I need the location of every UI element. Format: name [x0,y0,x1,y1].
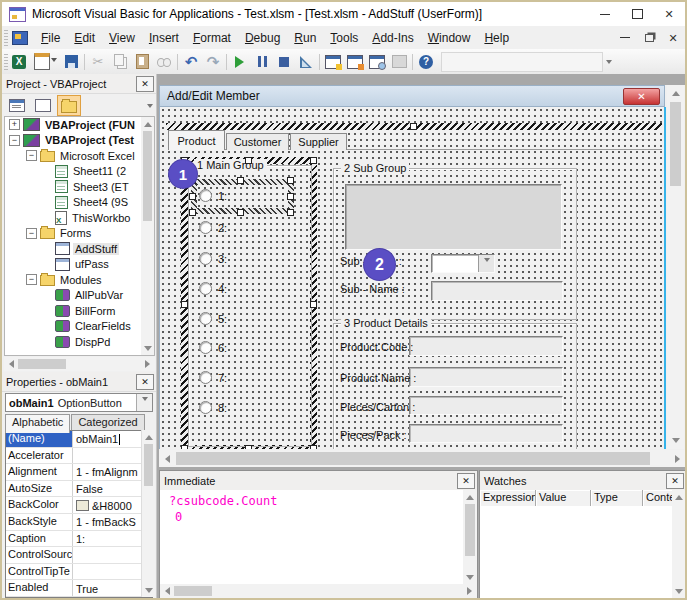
immediate-line[interactable]: ?csubcode.Count [169,494,277,508]
maximize-icon[interactable] [621,2,653,26]
properties-window-button[interactable] [344,51,366,72]
tree-item-excel-objects[interactable]: Microsoft Excel [5,148,154,164]
selection-handle[interactable] [310,445,317,449]
radio-icon[interactable] [199,189,212,202]
project-panel-titlebar[interactable]: Project - VBAProject [2,74,156,94]
close-icon[interactable] [653,2,685,26]
userform-canvas[interactable]: Product Customer Supplier 1 Main Group [159,107,666,449]
product-name-textbox[interactable] [409,367,563,387]
close-icon[interactable] [136,374,154,390]
scroll-up-icon[interactable] [141,117,154,130]
properties-vscrollbar[interactable] [141,430,155,597]
immediate-line[interactable]: 0 [175,510,182,524]
project-explorer-button[interactable] [322,51,344,72]
selection-handle[interactable] [287,193,294,200]
property-row[interactable]: Alignment1 - fmAlignm [6,464,152,481]
immediate-titlebar[interactable]: Immediate [160,471,477,491]
toolbar-options-button[interactable] [603,53,615,71]
selection-handle[interactable] [237,177,244,184]
selection-handle[interactable] [189,193,196,200]
immediate-vscrollbar[interactable] [463,490,477,584]
toolbox-button[interactable] [388,51,410,72]
save-button[interactable] [60,51,82,72]
option-button-3[interactable]: 3: [199,252,227,265]
menubar-grip[interactable] [4,30,8,46]
radio-icon[interactable] [199,401,212,414]
tree-item-sheet3[interactable]: Sheet3 (ET [5,179,154,195]
tree-item-project1[interactable]: VBAProject (FUN [5,117,154,133]
menu-addins[interactable]: Add-Ins [365,29,420,47]
break-button[interactable] [251,51,273,72]
view-excel-button[interactable] [8,51,30,72]
selection-handle[interactable] [181,445,188,449]
menu-file[interactable]: File [34,29,67,47]
scrollbar-thumb[interactable] [670,102,681,186]
collapse-icon[interactable] [26,274,37,285]
radio-icon[interactable] [199,282,212,295]
selection-handle[interactable] [310,157,317,164]
property-row[interactable]: Accelerator [6,448,152,465]
scroll-right-icon[interactable] [670,450,686,467]
mdi-minimize-icon[interactable] [619,32,631,43]
property-row[interactable]: BackStyle1 - fmBackS [6,514,152,531]
properties-panel-titlebar[interactable]: Properties - obMain1 [2,372,156,392]
selection-handle[interactable] [181,301,188,308]
menu-window[interactable]: Window [421,29,478,47]
view-object-button[interactable] [31,95,55,116]
paste-button[interactable] [131,51,153,72]
userform-close-button[interactable] [623,88,660,105]
cut-button[interactable] [87,51,109,72]
expand-icon[interactable] [9,119,20,130]
scroll-left-icon[interactable] [160,584,174,598]
project-tree-hscrollbar[interactable] [4,357,155,371]
tree-item-allpubvar[interactable]: AllPubVar [5,288,154,304]
column-context[interactable]: Context [643,490,672,506]
userform-titlebar[interactable]: Add/Edit Member [159,85,665,107]
designer-vscrollbar[interactable] [667,85,684,449]
tab-supplier[interactable]: Supplier [290,133,347,150]
scrollbar-thumb[interactable] [18,359,66,369]
menu-debug[interactable]: Debug [238,29,287,47]
collapse-icon[interactable] [26,150,37,161]
insert-userform-button[interactable] [30,51,60,72]
property-row[interactable]: AutoSizeFalse [6,481,152,498]
option-button-6[interactable]: 6: [199,341,227,354]
collapse-icon[interactable] [26,228,37,239]
tree-item-forms-folder[interactable]: Forms [5,226,154,242]
scroll-up-icon[interactable] [667,85,684,101]
scroll-up-icon[interactable] [142,430,155,443]
property-row[interactable]: Caption1: [6,531,152,548]
tree-item-disppd[interactable]: DispPd [5,334,154,350]
menu-view[interactable]: View [102,29,142,47]
tab-customer[interactable]: Customer [226,133,289,150]
project-toolbar-options[interactable] [144,97,156,115]
tree-item-sheet11[interactable]: Sheet11 (2 [5,164,154,180]
product-code-textbox[interactable] [409,336,563,356]
property-row[interactable]: ControlSourc [6,547,152,564]
option-button-8[interactable]: 8: [199,401,227,414]
object-selector-dropdown[interactable]: obMain1 OptionButton [5,393,153,412]
find-button[interactable] [153,51,175,72]
tab-product[interactable]: Product [168,130,225,150]
watches-body[interactable] [480,506,672,598]
option-button-4[interactable]: 4: [199,282,227,295]
option-button-2[interactable]: 2: [199,221,227,234]
pieces-carton-textbox[interactable] [409,396,563,415]
minimize-icon[interactable] [589,2,621,26]
scroll-down-icon[interactable] [463,571,477,584]
scrollbar-thumb[interactable] [144,444,153,486]
scroll-right-icon[interactable] [463,584,477,598]
radio-icon[interactable] [199,221,212,234]
scroll-down-icon[interactable] [142,584,155,597]
tree-item-modules-folder[interactable]: Modules [5,272,154,288]
tree-item-thisworkbook[interactable]: ThisWorkbo [5,210,154,226]
close-icon[interactable] [136,76,154,92]
immediate-editor[interactable]: ?csubcode.Count 0 [160,490,477,598]
sub-group-listbox[interactable] [345,184,562,250]
scroll-up-icon[interactable] [672,490,686,503]
tree-item-sheet4[interactable]: Sheet4 (9S [5,195,154,211]
selection-handle[interactable] [410,123,417,130]
tree-item-ufpass[interactable]: ufPass [5,257,154,273]
menu-insert[interactable]: Insert [142,29,186,47]
tab-alphabetic[interactable]: Alphabetic [5,414,70,433]
